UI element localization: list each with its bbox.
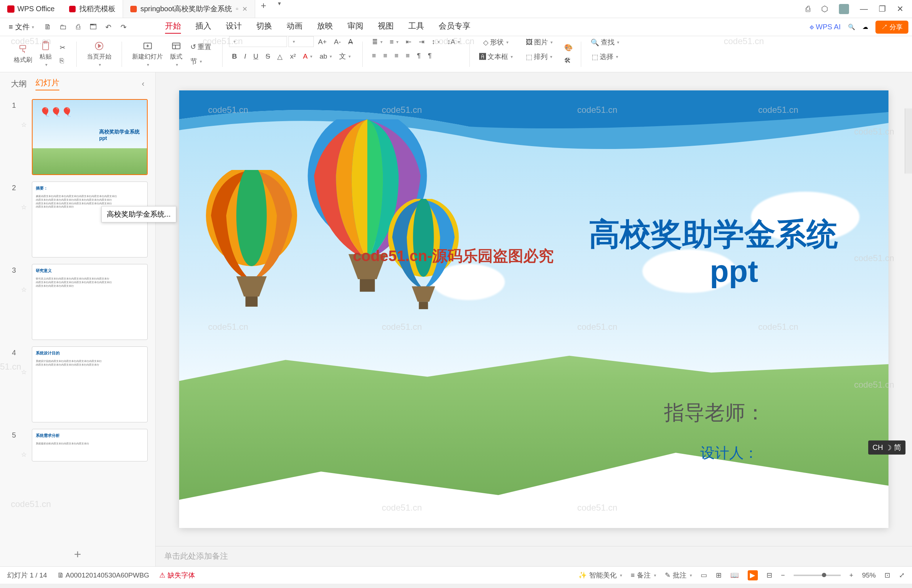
panel-collapse-icon[interactable]: ‹ <box>142 79 144 89</box>
picture-button[interactable]: 🖼 图片 <box>523 36 556 48</box>
teacher-label[interactable]: 指导老师： <box>664 399 765 427</box>
share-button[interactable]: ↗ 分享 <box>875 21 909 34</box>
star-icon[interactable]: ☆ <box>19 346 28 376</box>
format-painter-button[interactable]: 格式刷 <box>10 42 36 66</box>
review-button[interactable]: ✎ 批注 <box>665 571 692 580</box>
menu-tab-animation[interactable]: 动画 <box>287 21 303 34</box>
user-avatar[interactable] <box>839 4 849 14</box>
align-left-button[interactable]: ≡ <box>369 50 379 61</box>
cut-button[interactable]: ✂ <box>57 42 68 53</box>
underline-button[interactable]: U <box>250 50 261 63</box>
menu-tab-design[interactable]: 设计 <box>226 21 242 34</box>
line-spacing-button[interactable]: ↕ <box>429 36 443 47</box>
text-direction-button[interactable]: ↕A <box>444 36 463 47</box>
star-icon[interactable]: ☆ <box>19 181 28 211</box>
bold-button[interactable]: B <box>229 50 240 63</box>
highlight-button[interactable]: ab <box>317 50 335 63</box>
file-menu[interactable]: ≡ 文件 ▾ <box>3 21 39 33</box>
font-missing-warning[interactable]: ⚠ 缺失字体 <box>159 571 195 580</box>
menu-tab-transition[interactable]: 切换 <box>256 21 272 34</box>
fit-button[interactable]: ⊡ <box>884 571 890 579</box>
slide-subtitle[interactable]: ppt <box>710 253 758 289</box>
shadow-button[interactable]: △ <box>274 50 285 63</box>
menu-tab-slideshow[interactable]: 放映 <box>317 21 333 34</box>
slide-thumbnail-5[interactable]: 系统需求分析 系统需求分析内容文本行内容文本行内容文本行 <box>32 429 147 462</box>
expand-icon[interactable]: ⤢ <box>899 571 905 579</box>
paste-button[interactable]: 粘贴 <box>36 39 55 69</box>
notes-button[interactable]: ≡ 备注 <box>631 571 656 580</box>
menu-tab-view[interactable]: 视图 <box>378 21 394 34</box>
notes-pane[interactable]: 单击此处添加备注 <box>156 546 912 566</box>
view-normal-icon[interactable]: ▭ <box>701 571 707 579</box>
slideshow-button[interactable]: ▶ <box>748 570 758 580</box>
qat-undo-icon[interactable]: ↶ <box>104 22 113 32</box>
select-button[interactable]: ⬚ 选择 <box>589 51 621 63</box>
style-icon[interactable]: 🎨 <box>561 42 576 53</box>
thumbnail-list[interactable]: 1 ☆ 高校奖助学金系统ppt 🎈🎈🎈 2 ☆ 摘要： 摘要内容文本行内容文本行… <box>0 95 155 542</box>
menu-tab-vip[interactable]: 会员专享 <box>439 21 470 34</box>
textbox-button[interactable]: 🅰 文本框 <box>476 51 516 63</box>
theme-info[interactable]: 🗎 A000120140530A60PWBG <box>57 571 149 579</box>
ime-indicator[interactable]: CH ☽ 简 <box>868 441 906 455</box>
qat-redo-icon[interactable]: ↷ <box>119 22 129 32</box>
star-icon[interactable]: ☆ <box>19 99 28 129</box>
star-icon[interactable]: ☆ <box>19 264 28 294</box>
superscript-button[interactable]: x² <box>287 50 298 63</box>
numbering-button[interactable]: ≡ <box>387 36 401 47</box>
tab-templates[interactable]: 找稻壳模板 <box>62 0 123 18</box>
menu-tab-insert[interactable]: 插入 <box>196 21 211 34</box>
cloud-sync-icon[interactable]: ☁ <box>862 24 868 31</box>
indent-right-button[interactable]: ⇥ <box>416 36 428 47</box>
shape-button[interactable]: ◇ 形状 <box>480 36 511 48</box>
align-right-button[interactable]: ≡ <box>392 50 401 61</box>
canvas[interactable]: 高校奖助学金系统 ppt code51.cn-源码乐园盗图必究 指导老师： 设计… <box>156 72 912 546</box>
tab-menu-button[interactable]: ▾ <box>272 0 287 18</box>
tab-document-active[interactable]: springboot高校奖助学金系统 ▫ ✕ <box>123 0 255 18</box>
font-increase-button[interactable]: A+ <box>315 36 330 47</box>
find-button[interactable]: 🔍 查找 <box>588 36 622 48</box>
align-justify-button[interactable]: ≡ <box>403 50 413 61</box>
search-icon[interactable]: 🔍 <box>848 24 855 31</box>
font-decrease-button[interactable]: A- <box>331 36 344 47</box>
rtl-button[interactable]: ¶ <box>425 50 434 61</box>
menu-tab-start[interactable]: 开始 <box>165 21 181 34</box>
slide-main[interactable]: 高校奖助学金系统 ppt code51.cn-源码乐园盗图必究 指导老师： 设计… <box>179 90 888 528</box>
from-current-button[interactable]: 当页开始 <box>83 39 115 69</box>
section-button[interactable]: 节 <box>188 55 214 68</box>
qat-print-icon[interactable]: ⎙ <box>73 22 83 32</box>
window-cube-icon[interactable]: ⬡ <box>821 4 828 14</box>
close-tab-icon[interactable]: ✕ <box>242 5 248 13</box>
view-dots-icon[interactable]: ⊟ <box>766 571 772 579</box>
tools-icon[interactable]: 🛠 <box>561 55 576 66</box>
qat-preview-icon[interactable]: 🗔 <box>88 22 99 32</box>
qat-open-icon[interactable]: 🗀 <box>58 22 68 32</box>
bullets-button[interactable]: ≣ <box>369 36 386 47</box>
font-size-select[interactable] <box>288 36 314 47</box>
font-opts-button[interactable]: 文 <box>336 50 353 63</box>
view-reading-icon[interactable]: 📖 <box>730 571 739 579</box>
align-center-button[interactable]: ≡ <box>381 50 390 61</box>
copy-button[interactable]: ⎘ <box>57 55 68 66</box>
maximize-button[interactable]: ❐ <box>879 4 886 14</box>
menu-tab-review[interactable]: 审阅 <box>347 21 363 34</box>
ltr-button[interactable]: ¶ <box>414 50 423 61</box>
slides-tab[interactable]: 幻灯片 <box>36 78 59 90</box>
font-family-select[interactable] <box>229 36 287 47</box>
indent-left-button[interactable]: ⇤ <box>403 36 415 47</box>
zoom-out-button[interactable]: − <box>781 571 785 579</box>
reset-button[interactable]: ↺ 重置 <box>188 41 214 53</box>
beautify-button[interactable]: ✨ 智能美化 <box>578 571 622 580</box>
wps-ai-button[interactable]: ⟐ WPS AI <box>810 23 841 31</box>
layout-button[interactable]: 版式 <box>167 39 186 69</box>
star-icon[interactable]: ☆ <box>19 429 28 459</box>
window-save-icon[interactable]: ⎙ <box>806 4 810 14</box>
menu-tab-tools[interactable]: 工具 <box>408 21 424 34</box>
add-tab-button[interactable]: + <box>255 0 272 18</box>
close-button[interactable]: ✕ <box>897 4 903 14</box>
slide-thumbnail-4[interactable]: 系统设计目的 系统设计目的内容文本行内容文本行内容文本行内容文本行内容文本行内容… <box>32 346 147 422</box>
slide-title[interactable]: 高校奖助学金系统 <box>589 213 838 256</box>
new-slide-button[interactable]: 新建幻灯片 <box>128 39 167 69</box>
zoom-value[interactable]: 95% <box>862 571 876 579</box>
font-color-button[interactable]: A <box>300 50 315 63</box>
slide-thumbnail-1[interactable]: 高校奖助学金系统ppt 🎈🎈🎈 <box>32 99 147 175</box>
